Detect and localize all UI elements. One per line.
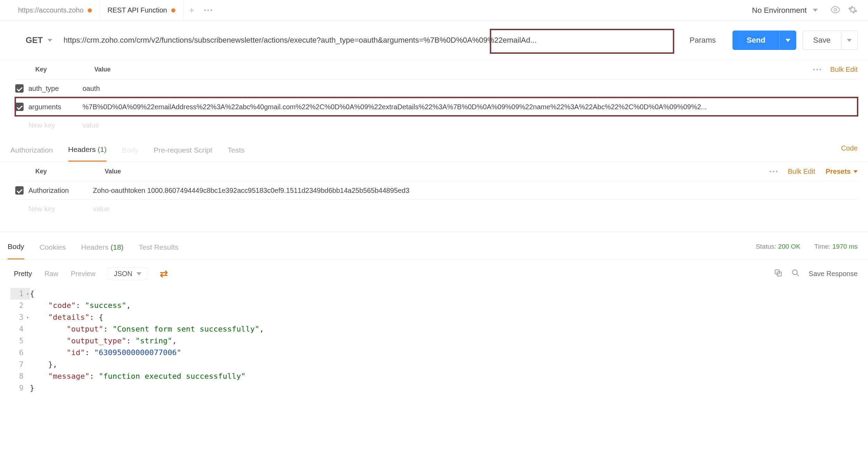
dirty-dot-icon [88, 8, 92, 12]
time-block: Time: 1970 ms [814, 243, 858, 250]
params-more-button[interactable] [813, 69, 821, 70]
header-row-placeholder[interactable]: New key value [15, 199, 858, 218]
environment-label: No Environment [752, 6, 807, 15]
body-mode-pretty[interactable]: Pretty [14, 270, 32, 278]
header-value[interactable]: Zoho-oauthtoken 1000.8607494449c8bc1e392… [93, 187, 858, 195]
param-value[interactable]: %7B%0D%0A%09%22emailAddress%22%3A%22abc%… [83, 103, 858, 111]
tab-rest-api-function[interactable]: REST API Function [100, 0, 183, 20]
bulk-edit-link[interactable]: Bulk Edit [830, 66, 858, 74]
search-icon[interactable] [791, 269, 800, 279]
response-section-tabs: Body Cookies Headers (18) Test Results S… [0, 232, 868, 260]
code-link[interactable]: Code [841, 144, 858, 159]
eye-icon[interactable] [831, 5, 840, 16]
save-response-button[interactable]: Save Response [809, 270, 858, 278]
tab-label: REST API Function [107, 6, 167, 14]
tab-accounts[interactable]: https://accounts.zoho [10, 0, 100, 20]
checkbox[interactable] [15, 103, 24, 111]
params-value-header: Value [94, 66, 813, 73]
param-row-arguments[interactable]: arguments %7B%0D%0A%09%22emailAddress%22… [15, 97, 858, 116]
tab-label: https://accounts.zoho [18, 6, 84, 14]
dirty-dot-icon [171, 8, 175, 12]
param-row-placeholder[interactable]: New key value [15, 116, 858, 134]
send-button[interactable]: Send [732, 31, 780, 50]
param-key-placeholder[interactable]: New key [28, 121, 83, 129]
headers-value-header: Value [105, 168, 770, 175]
param-value-placeholder[interactable]: value [83, 121, 858, 129]
save-button[interactable]: Save [802, 31, 841, 50]
environment-select[interactable]: No Environment [747, 6, 823, 15]
chevron-down-icon [137, 272, 141, 275]
copy-icon[interactable] [774, 269, 782, 279]
line-wrap-icon[interactable]: ⇄ [160, 268, 168, 280]
chevron-down-icon [847, 39, 852, 42]
time-label: Time: [814, 243, 831, 250]
param-row-auth-type[interactable]: auth_type oauth [15, 79, 858, 97]
request-action-row: GET https://crm.zoho.com/crm/v2/function… [0, 21, 868, 60]
checkbox[interactable] [15, 84, 24, 93]
tab-prerequest-script[interactable]: Pre-request Script [154, 143, 212, 161]
headers-more-button[interactable] [770, 171, 778, 172]
params-key-header: Key [35, 66, 94, 73]
status-value: 200 OK [778, 243, 800, 250]
header-value-placeholder[interactable]: value [93, 205, 858, 213]
tab-headers[interactable]: Headers (1) [68, 142, 107, 162]
response-tab-cookies[interactable]: Cookies [40, 242, 66, 259]
response-tab-headers[interactable]: Headers (18) [81, 242, 124, 259]
response-tab-testresults[interactable]: Test Results [139, 242, 178, 259]
tabs-bar: https://accounts.zoho REST API Function … [0, 0, 868, 21]
tab-tests[interactable]: Tests [228, 143, 245, 161]
time-value: 1970 ms [832, 243, 858, 250]
param-key[interactable]: arguments [28, 103, 83, 111]
svg-point-0 [834, 9, 837, 11]
param-value[interactable]: oauth [83, 85, 858, 93]
request-section-tabs: Authorization Headers (1) Body Pre-reque… [0, 134, 868, 162]
http-method-select[interactable]: GET [21, 35, 57, 45]
tab-body[interactable]: Body [122, 143, 138, 161]
body-mode-raw[interactable]: Raw [44, 270, 58, 278]
header-row-authorization[interactable]: Authorization Zoho-oauthtoken 1000.86074… [15, 181, 858, 199]
headers-table: Key Value Bulk Edit Presets Authorizatio… [0, 162, 868, 218]
checkbox[interactable] [15, 186, 24, 195]
svg-line-4 [797, 274, 799, 276]
params-table: Key Value Bulk Edit auth_type oauth argu… [0, 60, 868, 134]
status-block: Status: 200 OK [756, 243, 800, 250]
presets-dropdown[interactable]: Presets [826, 168, 858, 175]
headers-key-header: Key [35, 168, 105, 175]
request-url-text: https://crm.zoho.com/crm/v2/functions/su… [63, 36, 673, 45]
param-key[interactable]: auth_type [28, 85, 83, 93]
request-url-input[interactable]: https://crm.zoho.com/crm/v2/functions/su… [63, 36, 673, 45]
chevron-down-icon [813, 9, 818, 12]
new-tab-button[interactable]: + [183, 0, 200, 20]
tab-overflow-button[interactable] [200, 0, 217, 20]
response-tab-body[interactable]: Body [8, 241, 24, 259]
send-dropdown-button[interactable] [780, 31, 796, 50]
http-method-label: GET [26, 35, 43, 45]
chevron-down-icon [785, 39, 790, 42]
header-key[interactable]: Authorization [28, 187, 93, 195]
status-label: Status: [756, 243, 776, 250]
params-button[interactable]: Params [679, 31, 726, 50]
tab-authorization[interactable]: Authorization [10, 143, 53, 161]
body-mode-preview[interactable]: Preview [71, 270, 95, 278]
ellipsis-icon [204, 9, 212, 11]
response-body-toolbar: Pretty Raw Preview JSON ⇄ Save Response [0, 260, 868, 288]
bulk-edit-link[interactable]: Bulk Edit [788, 168, 815, 175]
response-body-code[interactable]: 1{ 2 "code": "success", 3 "details": { 4… [0, 288, 868, 394]
svg-point-3 [792, 270, 797, 275]
save-dropdown-button[interactable] [841, 31, 858, 50]
body-language-select[interactable]: JSON [108, 267, 147, 280]
triangle-down-icon [853, 170, 858, 173]
gear-icon[interactable] [848, 5, 858, 16]
header-key-placeholder[interactable]: New key [28, 205, 93, 213]
chevron-down-icon [47, 39, 52, 42]
